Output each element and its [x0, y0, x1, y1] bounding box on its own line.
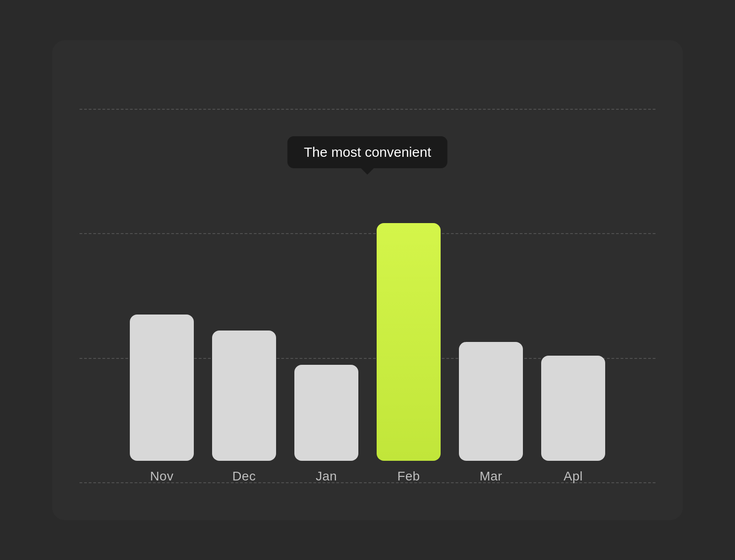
bar-jan[interactable]	[294, 365, 358, 461]
bar-label-jan: Jan	[316, 469, 337, 484]
bar-label-dec: Dec	[232, 469, 256, 484]
bar-label-feb: Feb	[397, 469, 420, 484]
bar-label-apl: Apl	[564, 469, 583, 484]
bar-group-dec: Dec	[212, 331, 276, 484]
bar-group-mar: Mar	[459, 342, 523, 484]
tooltip-text: The most convenient	[304, 144, 431, 160]
bar-group-apl: Apl	[541, 356, 605, 484]
bar-label-nov: Nov	[150, 469, 173, 484]
chart-area: The most convenient Nov Dec Jan	[52, 109, 683, 484]
bar-label-mar: Mar	[479, 469, 502, 484]
bar-apl[interactable]	[541, 356, 605, 461]
tooltip: The most convenient	[288, 136, 447, 168]
bar-mar[interactable]	[459, 342, 523, 461]
bars-wrapper: Nov Dec Jan Feb Mar	[52, 164, 683, 484]
bar-group-jan: Jan	[294, 365, 358, 484]
bar-feb[interactable]	[377, 223, 441, 461]
chart-container: The most convenient Nov Dec Jan	[52, 40, 683, 520]
bar-dec[interactable]	[212, 331, 276, 461]
bar-group-feb: Feb	[377, 223, 441, 484]
grid-line-1	[80, 109, 655, 110]
bar-nov[interactable]	[130, 315, 194, 461]
bar-group-nov: Nov	[130, 315, 194, 484]
